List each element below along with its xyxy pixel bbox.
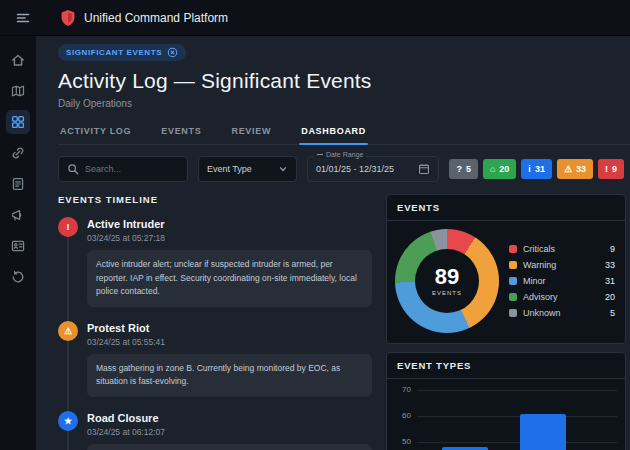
app-logo [60, 9, 76, 27]
event-type-label: Event Type [207, 164, 252, 174]
warning-icon: ⚠ [564, 165, 572, 174]
chip-unknown[interactable]: ? 5 [449, 159, 478, 179]
chip-advisory-count: 20 [499, 164, 509, 174]
critical-event-icon: ! [58, 217, 78, 237]
apps-grid-icon [10, 114, 26, 130]
id-card-icon [10, 238, 26, 254]
timeline-event[interactable]: ! Active Intruder 03/24/25 at 05:27:18 A… [58, 217, 372, 307]
status-chip-group: ? 5 ⌂ 20 i 31 ⚠ 33 [449, 159, 624, 179]
clipboard-icon [10, 176, 26, 192]
chip-warning-count: 33 [576, 164, 586, 174]
sidebar-item-map[interactable] [6, 79, 30, 103]
main-content: SIGNIFICANT EVENTS Activity Log — Signif… [36, 36, 630, 450]
tab-events[interactable]: EVENTS [159, 120, 203, 144]
chip-unknown-count: 5 [466, 164, 471, 174]
event-timestamp: 03/24/25 at 06:12:07 [87, 427, 165, 437]
legend-item-unknown: Unknown 5 [509, 308, 615, 318]
close-icon[interactable] [167, 47, 178, 58]
timeline-heading: EVENTS TIMELINE [58, 194, 372, 205]
event-title: Road Closure [87, 411, 165, 424]
topbar: Unified Command Platform [0, 0, 630, 36]
warning-event-icon: ⚠ [58, 321, 78, 341]
event-types-plot: 706050 [387, 379, 625, 450]
sidebar-item-contacts[interactable] [6, 234, 30, 258]
criticals-swatch [509, 245, 517, 253]
event-description: Active intruder alert; unclear if suspec… [87, 250, 372, 307]
home-badge-icon: ⌂ [490, 165, 495, 174]
calendar-icon[interactable] [418, 163, 430, 175]
dashboard-panels: EVENTS 89 EVENTS [386, 194, 626, 450]
sidebar-item-logs[interactable] [6, 172, 30, 196]
sidebar-item-links[interactable] [6, 141, 30, 165]
app-title: Unified Command Platform [84, 11, 228, 25]
donut-total-value: 89 [435, 266, 459, 288]
breadcrumb: SIGNIFICANT EVENTS [58, 44, 630, 61]
events-panel: EVENTS 89 EVENTS [386, 194, 626, 344]
event-description: Planned construction on Main Avenue, Bro… [87, 444, 372, 450]
page-title: Activity Log — Significant Events [58, 69, 630, 93]
search-box[interactable] [58, 156, 188, 182]
events-donut-chart: 89 EVENTS [395, 229, 499, 333]
event-title: Active Intruder [87, 217, 165, 230]
info-icon: i [528, 165, 531, 174]
search-input[interactable] [85, 164, 179, 174]
legend-item-criticals: Criticals 9 [509, 244, 615, 254]
road-closure-event-icon: ★ [58, 411, 78, 431]
chip-minor-count: 31 [535, 164, 545, 174]
tab-activity-log[interactable]: ACTIVITY LOG [58, 120, 133, 144]
chip-minor[interactable]: i 31 [521, 159, 552, 179]
tab-bar: ACTIVITY LOG EVENTS REVIEW DASHBOARD [58, 120, 630, 145]
timeline-event[interactable]: ⚠ Protest Riot 03/24/25 at 05:55:41 Mass… [58, 321, 372, 397]
date-range-picker[interactable]: Date Range 01/01/25 - 12/31/25 [307, 156, 439, 182]
chip-critical-count: 9 [612, 164, 617, 174]
unknown-swatch [509, 309, 517, 317]
tab-review[interactable]: REVIEW [229, 120, 273, 144]
event-types-panel: EVENT TYPES 706050 [386, 352, 626, 450]
events-timeline-section: EVENTS TIMELINE ! Active Intruder 03/24/… [58, 194, 372, 450]
advisory-swatch [509, 293, 517, 301]
legend-item-advisory: Advisory 20 [509, 292, 615, 302]
dash-decoration [317, 154, 323, 155]
warning-swatch [509, 261, 517, 269]
toolbar: Event Type Date Range 01/01/25 - 12/31/2… [58, 156, 630, 182]
event-timestamp: 03/24/25 at 05:27:18 [87, 233, 165, 243]
history-icon [10, 269, 26, 285]
timeline: ! Active Intruder 03/24/25 at 05:27:18 A… [58, 217, 372, 450]
event-title: Protest Riot [87, 321, 165, 334]
breadcrumb-chip[interactable]: SIGNIFICANT EVENTS [58, 44, 186, 61]
breadcrumb-label: SIGNIFICANT EVENTS [66, 48, 162, 57]
chip-critical[interactable]: ! 9 [598, 159, 624, 179]
event-types-heading: EVENT TYPES [387, 353, 625, 379]
sidebar-item-alerts[interactable] [6, 203, 30, 227]
events-panel-heading: EVENTS [387, 195, 625, 221]
timeline-event[interactable]: ★ Road Closure 03/24/25 at 06:12:07 Plan… [58, 411, 372, 450]
date-range-value: 01/01/25 - 12/31/25 [316, 164, 394, 174]
question-icon: ? [456, 165, 462, 174]
sidebar [0, 36, 36, 450]
megaphone-icon [10, 207, 26, 223]
event-type-bar [520, 414, 566, 450]
chevron-down-icon [278, 164, 288, 174]
legend-item-warning: Warning 33 [509, 260, 615, 270]
sidebar-item-dashboards[interactable] [6, 110, 30, 134]
event-timestamp: 03/24/25 at 05:55:41 [87, 337, 165, 347]
page-subtitle: Daily Operations [58, 98, 630, 109]
home-icon [10, 52, 26, 68]
sidebar-item-history[interactable] [6, 265, 30, 289]
tab-dashboard[interactable]: DASHBOARD [299, 120, 368, 144]
shield-logo-icon [60, 9, 76, 27]
event-description: Mass gathering in zone B. Currently bein… [87, 354, 372, 397]
sidebar-item-home[interactable] [6, 48, 30, 72]
chip-advisory[interactable]: ⌂ 20 [483, 159, 516, 179]
exclamation-icon: ! [605, 165, 608, 174]
event-type-select[interactable]: Event Type [198, 156, 297, 182]
donut-legend: Criticals 9 Warning 33 [509, 244, 615, 318]
sidebar-toggle-button[interactable] [12, 7, 34, 29]
date-range-label: Date Range [314, 151, 366, 158]
donut-center: 89 EVENTS [415, 249, 479, 313]
chip-warning[interactable]: ⚠ 33 [557, 159, 593, 179]
app-window: Unified Command Platform [0, 0, 630, 450]
minor-swatch [509, 277, 517, 285]
legend-item-minor: Minor 31 [509, 276, 615, 286]
search-icon [67, 163, 79, 175]
